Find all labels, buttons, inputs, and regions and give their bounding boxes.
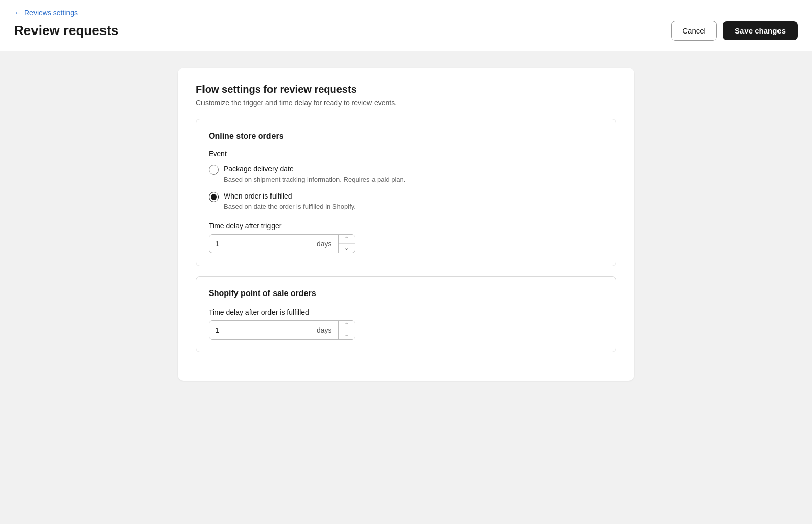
- pos-orders-title: Shopify point of sale orders: [209, 289, 603, 298]
- card-subtitle: Customize the trigger and time delay for…: [196, 99, 616, 107]
- online-spinner-down[interactable]: ⌄: [339, 244, 355, 253]
- settings-card: Flow settings for review requests Custom…: [178, 68, 634, 381]
- package-delivery-radio[interactable]: [209, 165, 219, 175]
- order-fulfilled-radio[interactable]: [209, 192, 219, 202]
- package-delivery-desc: Based on shipment tracking information. …: [224, 175, 405, 184]
- online-orders-section: Online store orders Event Package delive…: [196, 119, 616, 266]
- cancel-button[interactable]: Cancel: [671, 21, 717, 41]
- online-time-delay-label: Time delay after trigger: [209, 222, 603, 230]
- back-link-label: Reviews settings: [24, 9, 78, 17]
- pos-time-delay-input[interactable]: [209, 322, 311, 338]
- pos-time-delay-wrapper: days ⌃ ⌄: [209, 320, 355, 340]
- package-delivery-option[interactable]: Package delivery date Based on shipment …: [209, 164, 603, 184]
- pos-time-delay-label: Time delay after order is fulfilled: [209, 308, 603, 316]
- pos-orders-section: Shopify point of sale orders Time delay …: [196, 276, 616, 352]
- package-delivery-label: Package delivery date: [224, 164, 405, 174]
- header-actions: Cancel Save changes: [671, 21, 798, 41]
- pos-days-label: days: [311, 322, 338, 338]
- online-orders-title: Online store orders: [209, 132, 603, 141]
- online-time-delay-wrapper: days ⌃ ⌄: [209, 234, 355, 253]
- card-title: Flow settings for review requests: [196, 84, 616, 95]
- pos-time-delay-spinner: ⌃ ⌄: [338, 321, 355, 339]
- pos-spinner-up[interactable]: ⌃: [339, 321, 355, 330]
- online-days-label: days: [311, 236, 338, 252]
- package-delivery-text: Package delivery date Based on shipment …: [224, 164, 405, 184]
- order-fulfilled-desc: Based on date the order is fulfilled in …: [224, 202, 356, 211]
- page-title: Review requests: [14, 23, 118, 39]
- order-fulfilled-text: When order is fulfilled Based on date th…: [224, 191, 356, 212]
- main-content: Flow settings for review requests Custom…: [0, 51, 812, 397]
- back-link[interactable]: ← Reviews settings: [14, 9, 78, 17]
- order-fulfilled-label: When order is fulfilled: [224, 191, 356, 202]
- header-row: Review requests Cancel Save changes: [14, 21, 798, 51]
- online-time-delay-section: Time delay after trigger days ⌃ ⌄: [209, 222, 603, 253]
- pos-time-delay-section: Time delay after order is fulfilled days…: [209, 308, 603, 340]
- save-changes-button[interactable]: Save changes: [723, 21, 798, 40]
- online-time-delay-spinner: ⌃ ⌄: [338, 235, 355, 253]
- page-header: ← Reviews settings Review requests Cance…: [0, 0, 812, 51]
- event-label: Event: [209, 150, 603, 158]
- online-time-delay-input[interactable]: [209, 236, 311, 252]
- order-fulfilled-option[interactable]: When order is fulfilled Based on date th…: [209, 191, 603, 212]
- back-arrow-icon: ←: [14, 9, 21, 17]
- online-spinner-up[interactable]: ⌃: [339, 235, 355, 244]
- pos-spinner-down[interactable]: ⌄: [339, 330, 355, 339]
